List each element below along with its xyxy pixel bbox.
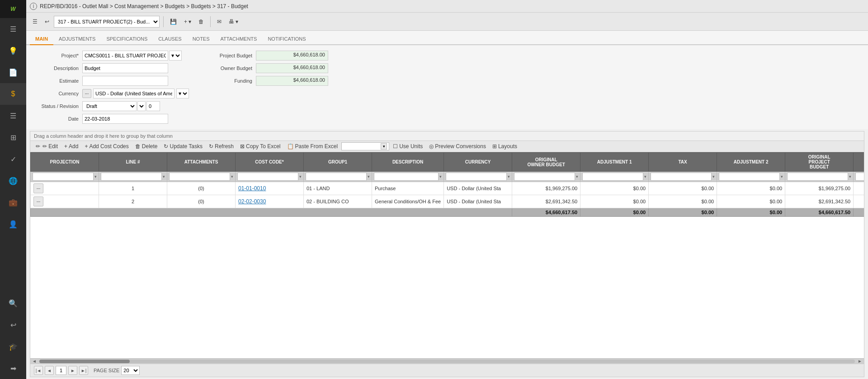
- sidebar-item-docs[interactable]: 📄: [0, 61, 26, 83]
- grid-search-arrow[interactable]: ▾: [381, 143, 387, 150]
- cell-cost-code-2[interactable]: 02-02-0030: [236, 195, 304, 208]
- project-select-dropdown[interactable]: ▾: [169, 51, 182, 61]
- filter-line-icon[interactable]: ▾: [163, 174, 165, 179]
- grid-search-input[interactable]: [344, 144, 380, 149]
- filter-oob-icon[interactable]: ▾: [576, 174, 578, 179]
- filter-group1-icon[interactable]: ▾: [368, 174, 370, 179]
- tab-notifications[interactable]: NOTIFICATIONS: [262, 33, 311, 45]
- filter-opb-icon[interactable]: ▾: [849, 174, 851, 179]
- tab-notes[interactable]: NOTES: [187, 33, 215, 45]
- filter-adj1[interactable]: [582, 173, 643, 181]
- col-cost-code[interactable]: COST CODE*: [236, 153, 304, 172]
- filter-cost-type[interactable]: [855, 173, 864, 181]
- project-input[interactable]: [82, 51, 168, 61]
- delete-button[interactable]: 🗑: [196, 17, 207, 26]
- refresh-button[interactable]: ↻ Refresh: [206, 142, 236, 150]
- filter-cost-code[interactable]: [237, 173, 298, 181]
- col-original-project-budget[interactable]: ORIGINALPROJECTBUDGET: [785, 153, 854, 172]
- tab-main[interactable]: MAIN: [30, 33, 53, 45]
- col-original-owner-budget[interactable]: ORIGINALOWNER BUDGET: [512, 153, 580, 172]
- sidebar-item-history[interactable]: ↩: [0, 314, 26, 336]
- sidebar-item-hamburger[interactable]: ☰: [0, 18, 26, 40]
- print-button[interactable]: 🖶 ▾: [226, 17, 241, 26]
- page-size-select[interactable]: 20 50 100: [121, 366, 140, 375]
- scrollbar-thumb[interactable]: [39, 360, 130, 363]
- next-page-button[interactable]: ►: [68, 366, 77, 375]
- filter-cost-code-icon[interactable]: ▾: [299, 174, 302, 179]
- use-units-button[interactable]: ☐ Use Units: [390, 142, 425, 150]
- filter-adj2[interactable]: [719, 173, 780, 181]
- add-cost-codes-button[interactable]: + Add Cost Codes: [82, 142, 131, 150]
- filter-description-icon[interactable]: ▾: [439, 174, 442, 179]
- currency-more-button[interactable]: ···: [82, 89, 91, 98]
- layouts-button[interactable]: ⊞ Layouts: [490, 142, 520, 150]
- grid-delete-button[interactable]: 🗑 Delete: [132, 142, 160, 150]
- paste-from-button[interactable]: 📋 Paste From Excel: [284, 142, 341, 150]
- filter-oob[interactable]: [514, 173, 575, 181]
- currency-dropdown[interactable]: ▾: [176, 89, 189, 98]
- filter-projection[interactable]: [33, 173, 94, 181]
- cell-cost-code-1[interactable]: 01-01-0010: [236, 182, 304, 195]
- update-tasks-button[interactable]: ↻ Update Tasks: [161, 142, 205, 150]
- sidebar-item-list[interactable]: ☰: [0, 105, 26, 126]
- first-page-button[interactable]: |◄: [34, 366, 43, 375]
- info-icon[interactable]: i: [30, 3, 37, 10]
- col-adjustment1[interactable]: ADJUSTMENT 1: [580, 153, 649, 172]
- sidebar-item-grid[interactable]: ⊞: [0, 126, 26, 148]
- col-projection[interactable]: PROJECTION: [31, 153, 99, 172]
- filter-group1[interactable]: [306, 173, 367, 181]
- horizontal-scrollbar[interactable]: ◄ ►: [30, 358, 864, 364]
- status-select[interactable]: Draft: [82, 101, 137, 111]
- filter-opb[interactable]: [787, 173, 848, 181]
- tab-specifications[interactable]: SPECIFICATIONS: [101, 33, 153, 45]
- save-button[interactable]: 💾: [167, 17, 179, 26]
- filter-adj2-icon[interactable]: ▾: [781, 174, 783, 179]
- sidebar-item-avatar[interactable]: 👤: [0, 213, 26, 235]
- add-button[interactable]: + ▾: [181, 17, 194, 26]
- last-page-button[interactable]: ►|: [79, 366, 88, 375]
- col-attachments[interactable]: ATTACHMENTS: [167, 153, 236, 172]
- filter-description[interactable]: [374, 173, 439, 181]
- preview-conversions-button[interactable]: ◎ Preview Conversions: [426, 142, 489, 150]
- table-container[interactable]: PROJECTION LINE # ATTACHMENTS COST CODE*…: [30, 152, 864, 358]
- grid-add-button[interactable]: + Add: [61, 142, 81, 150]
- undo-button[interactable]: ↩: [42, 17, 52, 26]
- date-input[interactable]: [82, 114, 168, 124]
- col-line[interactable]: LINE #: [99, 153, 167, 172]
- edit-button[interactable]: ✏ ✏ Edit: [33, 142, 61, 150]
- col-adjustment2[interactable]: ADJUSTMENT 2: [717, 153, 785, 172]
- tab-adjustments[interactable]: ADJUSTMENTS: [53, 33, 101, 45]
- sidebar-item-globe[interactable]: 🌐: [0, 170, 26, 192]
- prev-page-button[interactable]: ◄: [45, 366, 54, 375]
- status-arrow[interactable]: ▾: [137, 101, 146, 111]
- filter-attachments-icon[interactable]: ▾: [231, 174, 233, 179]
- scroll-left-arrow[interactable]: ◄: [30, 359, 38, 364]
- col-description[interactable]: DESCRIPTION: [372, 153, 444, 172]
- sidebar-item-idea[interactable]: 💡: [0, 40, 26, 61]
- filter-tax[interactable]: [651, 173, 712, 181]
- filter-line[interactable]: [101, 173, 162, 181]
- description-input[interactable]: [82, 63, 168, 73]
- filter-currency[interactable]: [446, 173, 507, 181]
- tab-clauses[interactable]: CLAUSES: [153, 33, 187, 45]
- email-button[interactable]: ✉: [214, 17, 224, 26]
- scroll-right-arrow[interactable]: ►: [856, 359, 864, 364]
- sidebar-item-exit[interactable]: ➡: [0, 357, 26, 379]
- scrollbar-track[interactable]: [39, 360, 855, 363]
- project-select[interactable]: 317 - BILL STUART PROJECT(2) - Bud...: [54, 16, 160, 28]
- sidebar-item-cost[interactable]: $: [0, 83, 26, 105]
- filter-tax-icon[interactable]: ▾: [712, 174, 715, 179]
- revision-input[interactable]: [146, 101, 160, 111]
- currency-input[interactable]: [93, 89, 175, 98]
- tab-attachments[interactable]: ATTACHMENTS: [215, 33, 263, 45]
- sidebar-item-search[interactable]: 🔍: [0, 292, 26, 314]
- col-group1[interactable]: GROUP1: [304, 153, 372, 172]
- copy-to-button[interactable]: ⊠ Copy To Excel: [237, 142, 283, 150]
- filter-attachments[interactable]: [169, 173, 230, 181]
- sidebar-item-training[interactable]: 🎓: [0, 336, 26, 357]
- col-currency[interactable]: CURRENCY: [444, 153, 512, 172]
- estimate-input[interactable]: [82, 76, 168, 86]
- filter-adj1-icon[interactable]: ▾: [644, 174, 646, 179]
- filter-currency-icon[interactable]: ▾: [508, 174, 510, 179]
- col-cost-type[interactable]: COST TYPE: [854, 153, 864, 172]
